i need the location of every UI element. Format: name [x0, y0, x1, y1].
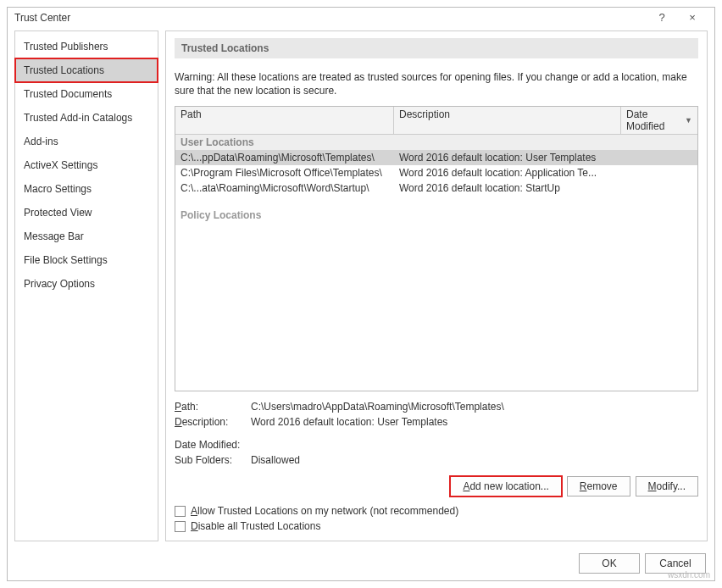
group-user-locations: User Locations: [175, 135, 697, 150]
allow-network-checkbox[interactable]: [175, 506, 186, 517]
sidebar-item-trusted-locations[interactable]: Trusted Locations: [15, 58, 158, 82]
cell-path: C:\...ppData\Roaming\Microsoft\Templates…: [175, 151, 394, 164]
ok-button[interactable]: OK: [579, 553, 640, 574]
allow-network-row[interactable]: Allow Trusted Locations on my network (n…: [175, 503, 698, 519]
main-panel: Trusted Locations Warning: All these loc…: [165, 31, 708, 541]
column-description[interactable]: Description: [394, 107, 621, 134]
detail-path-value: C:\Users\madro\AppData\Roaming\Microsoft…: [251, 400, 504, 414]
sidebar-item-message-bar[interactable]: Message Bar: [15, 225, 158, 248]
close-button[interactable]: ×: [677, 11, 708, 24]
cell-path: C:\Program Files\Microsoft Office\Templa…: [175, 166, 394, 180]
cell-date: [621, 166, 697, 180]
dialog-body: Trusted Publishers Trusted Locations Tru…: [8, 31, 714, 546]
detail-sub-label: Sub Folders:: [175, 453, 251, 468]
cell-desc: Word 2016 default location: User Templat…: [394, 151, 621, 164]
cell-desc: Word 2016 default location: Application …: [394, 166, 621, 180]
table-row[interactable]: C:\...ppData\Roaming\Microsoft\Templates…: [175, 150, 697, 165]
detail-path-label: Path:: [175, 400, 251, 414]
window-title: Trust Center: [14, 12, 647, 24]
titlebar: Trust Center ? ×: [8, 8, 714, 31]
sidebar: Trusted Publishers Trusted Locations Tru…: [14, 31, 158, 541]
remove-button[interactable]: Remove: [567, 476, 630, 496]
add-new-location-button[interactable]: Add new location...: [450, 476, 561, 496]
cell-path: C:\...ata\Roaming\Microsoft\Word\Startup…: [175, 181, 394, 195]
modify-button[interactable]: Modify...: [636, 476, 698, 496]
disable-all-label: Disable all Trusted Locations: [191, 520, 320, 532]
dialog-footer: OK Cancel: [8, 546, 714, 580]
detail-sub-value: Disallowed: [251, 453, 300, 468]
sidebar-item-trusted-documents[interactable]: Trusted Documents: [15, 82, 158, 106]
cell-date: [621, 151, 697, 164]
watermark: wsxdn.com: [668, 570, 710, 580]
detail-desc-label: Description:: [175, 415, 251, 430]
detail-desc-value: Word 2016 default location: User Templat…: [251, 415, 447, 430]
sidebar-item-protected-view[interactable]: Protected View: [15, 201, 158, 225]
help-button[interactable]: ?: [647, 11, 677, 24]
sort-arrow-icon: ▼: [685, 116, 692, 125]
cell-desc: Word 2016 default location: StartUp: [394, 181, 621, 195]
sidebar-item-trusted-publishers[interactable]: Trusted Publishers: [15, 35, 158, 58]
disable-all-row[interactable]: Disable all Trusted Locations: [175, 519, 698, 534]
sidebar-item-privacy-options[interactable]: Privacy Options: [15, 272, 158, 296]
details-panel: Path: C:\Users\madro\AppData\Roaming\Mic…: [175, 391, 698, 468]
grid-header: Path Description Date Modified ▼: [175, 107, 697, 135]
grid-body-spacer: Policy Locations: [175, 196, 697, 391]
column-path[interactable]: Path: [175, 107, 394, 134]
sidebar-item-activex-settings[interactable]: ActiveX Settings: [15, 153, 158, 177]
group-policy-locations: Policy Locations: [175, 196, 697, 226]
table-row[interactable]: C:\...ata\Roaming\Microsoft\Word\Startup…: [175, 180, 697, 196]
locations-buttons: Add new location... Remove Modify...: [175, 476, 698, 496]
section-title: Trusted Locations: [175, 38, 698, 58]
sidebar-item-macro-settings[interactable]: Macro Settings: [15, 177, 158, 201]
allow-network-label: Allow Trusted Locations on my network (n…: [191, 505, 458, 517]
sidebar-item-file-block-settings[interactable]: File Block Settings: [15, 248, 158, 272]
column-date-label: Date Modified: [626, 108, 685, 132]
warning-text: Warning: All these locations are treated…: [175, 70, 698, 97]
trust-center-dialog: Trust Center ? × Trusted Publishers Trus…: [7, 7, 715, 581]
cell-date: [621, 181, 697, 195]
locations-grid: Path Description Date Modified ▼ User Lo…: [175, 106, 698, 391]
table-row[interactable]: C:\Program Files\Microsoft Office\Templa…: [175, 165, 697, 180]
sidebar-item-trusted-addin-catalogs[interactable]: Trusted Add-in Catalogs: [15, 106, 158, 130]
detail-date-label: Date Modified:: [175, 438, 251, 452]
disable-all-checkbox[interactable]: [175, 521, 186, 532]
column-date-modified[interactable]: Date Modified ▼: [621, 107, 697, 134]
sidebar-item-addins[interactable]: Add-ins: [15, 130, 158, 153]
